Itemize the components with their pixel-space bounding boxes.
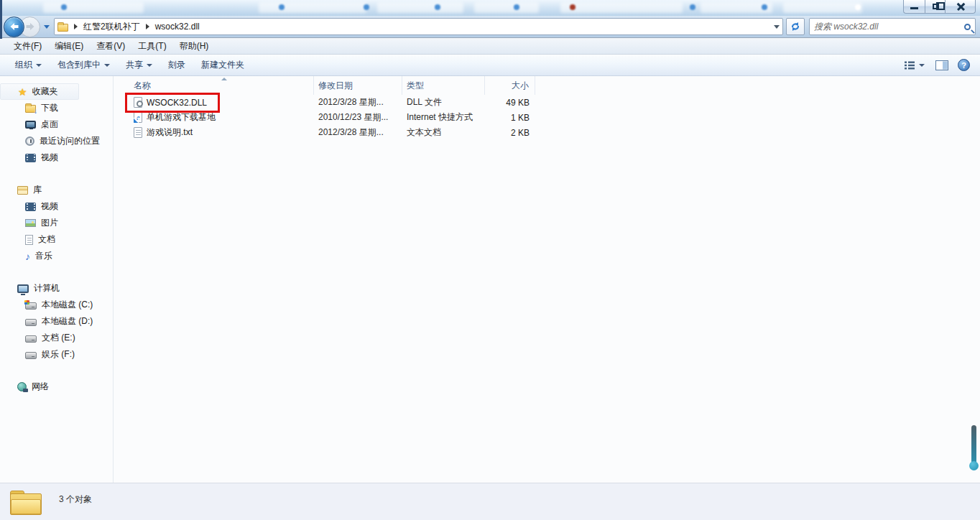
folder-large-icon — [10, 491, 42, 515]
refresh-icon — [790, 22, 800, 32]
close-button[interactable] — [946, 0, 976, 14]
sidebar-label: 计算机 — [34, 282, 60, 294]
drive-icon — [25, 335, 37, 343]
sidebar-item-network[interactable]: 网络 — [0, 379, 113, 395]
restore-button[interactable] — [925, 0, 946, 14]
sidebar-item-desktop[interactable]: 桌面 — [0, 116, 113, 133]
include-label: 包含到库中 — [57, 59, 101, 71]
tab-favicon — [435, 4, 440, 10]
file-row-shortcut[interactable]: 单机游戏下载基地 2010/12/23 星期... Internet 快捷方式 … — [129, 110, 980, 125]
file-size: 49 KB — [506, 98, 530, 108]
search-icon[interactable] — [964, 24, 971, 30]
file-date: 2012/3/28 星期... — [318, 96, 384, 108]
file-type: Internet 快捷方式 — [407, 111, 473, 124]
minimize-icon — [910, 7, 918, 9]
system-drive-icon — [25, 302, 37, 310]
menu-edit[interactable]: 编辑(E) — [48, 40, 90, 52]
menu-file[interactable]: 文件(F) — [7, 40, 48, 52]
menu-view[interactable]: 查看(V) — [90, 40, 131, 52]
file-type: 文本文档 — [407, 126, 441, 139]
sidebar-label: 收藏夹 — [32, 85, 58, 98]
burn-label: 刻录 — [168, 59, 185, 71]
drive-icon — [25, 319, 37, 326]
tab-favicon — [762, 4, 767, 10]
column-header-date[interactable]: 修改日期 — [314, 76, 402, 95]
breadcrumb-item-current[interactable]: wsock32.dll — [155, 22, 200, 32]
sidebar-item-music[interactable]: ♪ 音乐 — [0, 248, 113, 264]
preview-pane-icon — [935, 60, 948, 70]
sidebar-item-computer[interactable]: 计算机 — [0, 280, 113, 297]
blurred-tab — [259, 2, 366, 13]
share-button[interactable]: 共享 — [118, 56, 160, 74]
breadcrumb-item-folder[interactable]: 红警2联机补丁 — [83, 21, 140, 33]
command-toolbar: 组织 包含到库中 共享 刻录 新建文件夹 — [0, 55, 980, 76]
video-icon — [25, 154, 36, 162]
sidebar-item-libraries[interactable]: 库 — [0, 182, 113, 198]
history-dropdown-icon[interactable] — [44, 25, 50, 29]
sidebar-label: 本地磁盘 (C:) — [42, 299, 93, 311]
column-header-size[interactable]: 大小 — [485, 76, 535, 95]
change-view-button[interactable] — [902, 58, 926, 73]
pictures-icon — [25, 219, 36, 227]
sidebar-item-downloads[interactable]: 下载 — [0, 100, 113, 116]
recent-places-icon — [25, 136, 34, 146]
restore-icon — [933, 4, 939, 9]
sidebar-item-videos[interactable]: 视频 — [0, 198, 113, 215]
video-icon — [25, 203, 36, 211]
sidebar-item-drive-f[interactable]: 娱乐 (F:) — [0, 346, 113, 363]
annotation-pin-icon — [971, 425, 976, 465]
help-button[interactable]: ? — [958, 59, 970, 71]
sidebar-item-recent-places[interactable]: 最近访问的位置 — [0, 133, 113, 149]
column-header-type[interactable]: 类型 — [402, 76, 485, 95]
new-folder-label: 新建文件夹 — [201, 59, 244, 71]
menu-tools[interactable]: 工具(T) — [131, 40, 172, 52]
sidebar-label: 网络 — [32, 381, 49, 393]
blurred-tab — [783, 2, 862, 13]
sort-ascending-icon — [221, 78, 227, 80]
tab-favicon — [364, 4, 369, 10]
address-bar[interactable]: 红警2联机补丁 wsock32.dll — [54, 18, 783, 35]
drive-icon — [25, 352, 37, 359]
sidebar-item-drive-e[interactable]: 文档 (E:) — [0, 330, 113, 346]
sidebar-item-documents[interactable]: 文档 — [0, 231, 113, 248]
chevron-down-icon — [147, 64, 152, 67]
search-input[interactable] — [814, 22, 964, 32]
preview-pane-button[interactable] — [935, 60, 948, 70]
minimize-button[interactable] — [903, 0, 925, 14]
window-border-left — [0, 0, 2, 39]
back-arrow-icon — [9, 22, 19, 31]
burn-button[interactable]: 刻录 — [160, 56, 193, 74]
sidebar-item-drive-c[interactable]: 本地磁盘 (C:) — [0, 297, 113, 313]
file-row-wsock32[interactable]: WSOCK32.DLL 2012/3/28 星期... DLL 文件 49 KB — [129, 95, 980, 110]
blurred-tab — [474, 2, 539, 13]
forward-arrow-icon — [25, 22, 35, 31]
menu-help[interactable]: 帮助(H) — [173, 40, 216, 52]
toolbar-right-group: ? — [902, 58, 970, 73]
music-icon: ♪ — [25, 251, 30, 261]
breadcrumb-separator-icon[interactable] — [74, 24, 78, 29]
new-folder-button[interactable]: 新建文件夹 — [193, 56, 252, 74]
sidebar-item-favorites[interactable]: ★ 收藏夹 — [0, 83, 79, 100]
address-dropdown-icon[interactable] — [774, 25, 780, 29]
sidebar-item-pictures[interactable]: 图片 — [0, 215, 113, 231]
file-row-readme[interactable]: 游戏说明.txt 2012/3/28 星期... 文本文档 2 KB — [129, 125, 980, 140]
desktop-icon — [25, 121, 36, 129]
details-pane: 3 个对象 — [0, 483, 980, 520]
back-button[interactable] — [4, 17, 24, 37]
library-icon — [17, 186, 28, 195]
window-controls — [903, 0, 976, 14]
documents-icon — [25, 235, 33, 245]
sidebar-item-videos-fav[interactable]: 视频 — [0, 149, 113, 166]
organize-button[interactable]: 组织 — [7, 56, 50, 74]
column-label: 名称 — [134, 80, 151, 92]
navigation-bar: 红警2联机补丁 wsock32.dll — [0, 16, 980, 37]
help-icon: ? — [961, 61, 966, 70]
titlebar[interactable] — [0, 0, 980, 16]
organize-label: 组织 — [15, 59, 32, 71]
include-in-library-button[interactable]: 包含到库中 — [50, 56, 118, 74]
refresh-button[interactable] — [786, 18, 805, 35]
download-folder-icon — [25, 105, 36, 113]
chevron-down-icon — [104, 64, 110, 67]
breadcrumb-separator-icon[interactable] — [146, 24, 149, 29]
sidebar-item-drive-d[interactable]: 本地磁盘 (D:) — [0, 313, 113, 330]
